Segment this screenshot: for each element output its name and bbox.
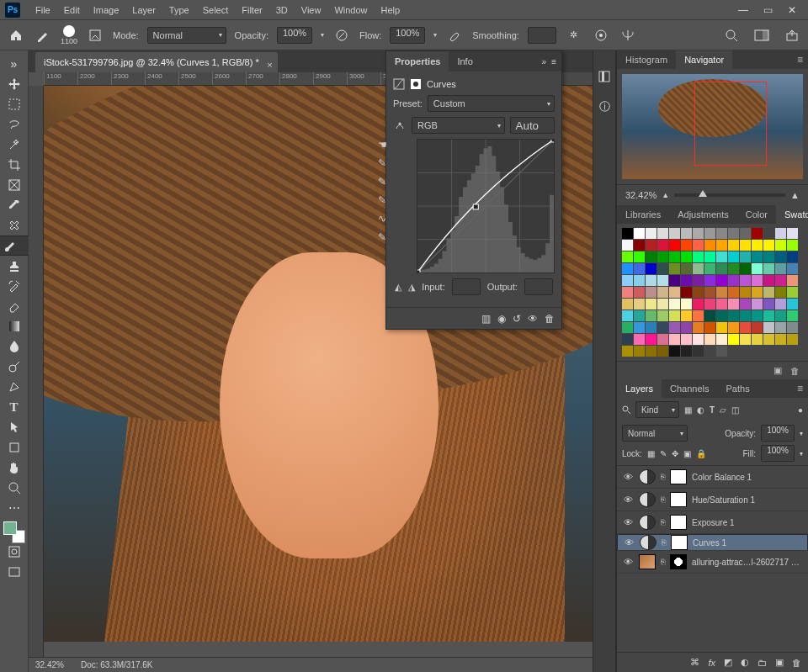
group-icon[interactable]: 🗀 (758, 658, 767, 668)
swatch-cell[interactable] (693, 299, 704, 310)
swatch-cell[interactable] (646, 275, 656, 286)
swatch-cell[interactable] (775, 275, 786, 286)
quickmask-icon[interactable] (3, 542, 26, 562)
swatch-cell[interactable] (787, 275, 798, 286)
swatch-cell[interactable] (669, 310, 680, 321)
swatch-cell[interactable] (728, 299, 739, 310)
delete-swatch-icon[interactable]: 🗑 (790, 366, 800, 376)
swatch-cell[interactable] (646, 251, 656, 262)
clip-warning2-icon[interactable]: ◮ (408, 282, 415, 293)
targeted-adj-icon[interactable] (393, 119, 407, 132)
swatch-cell[interactable] (669, 322, 680, 333)
swatch-cell[interactable] (763, 240, 774, 251)
swatch-cell[interactable] (622, 251, 633, 262)
swatch-cell[interactable] (681, 240, 692, 251)
swatch-cell[interactable] (634, 228, 645, 239)
window-min-icon[interactable]: — (738, 4, 748, 16)
move-tool-icon[interactable] (3, 74, 26, 94)
menu-image[interactable]: Image (87, 0, 126, 20)
swatch-cell[interactable] (716, 334, 727, 345)
heal-tool-icon[interactable] (3, 215, 26, 235)
menu-type[interactable]: Type (162, 0, 196, 20)
swatch-cell[interactable] (716, 310, 727, 321)
swatch-cell[interactable] (740, 228, 751, 239)
swatch-cell[interactable] (669, 228, 680, 239)
swatch-cell[interactable] (634, 299, 645, 310)
view-previous-icon[interactable]: ◉ (497, 313, 506, 325)
swatch-cell[interactable] (752, 263, 763, 274)
swatch-cell[interactable] (681, 322, 692, 333)
swatch-cell[interactable] (704, 287, 715, 298)
new-swatch-icon[interactable]: ▣ (773, 365, 782, 376)
layer-name[interactable]: alluring-attrac…l-2602717 copy (692, 558, 803, 567)
stamp-tool-icon[interactable] (3, 256, 26, 276)
layer-name[interactable]: Hue/Saturation 1 (692, 495, 803, 505)
share-icon[interactable] (783, 26, 801, 45)
swatch-cell[interactable] (787, 310, 798, 321)
clip-to-layer-icon[interactable]: ▥ (481, 313, 491, 325)
pen-tool-icon[interactable] (3, 377, 26, 397)
swatch-cell[interactable] (752, 240, 763, 251)
tab-adjustments[interactable]: Adjustments (669, 205, 737, 224)
output-field[interactable] (524, 278, 553, 295)
swatch-cell[interactable] (716, 240, 727, 251)
tab-navigator[interactable]: Navigator (676, 50, 732, 69)
swatch-cell[interactable] (752, 251, 763, 262)
swatch-cell[interactable] (693, 240, 704, 251)
delete-layer-icon[interactable]: 🗑 (792, 658, 801, 668)
swatch-cell[interactable] (704, 334, 715, 345)
filter-smart-icon[interactable]: ◫ (731, 405, 739, 415)
swatch-cell[interactable] (728, 240, 739, 251)
search-icon[interactable] (722, 26, 741, 45)
swatch-cell[interactable] (622, 240, 633, 251)
swatch-cell[interactable] (787, 228, 798, 239)
document-tab[interactable]: iStock-531799796.jpg @ 32.4% (Curves 1, … (35, 52, 278, 72)
swatch-cell[interactable] (693, 287, 704, 298)
swatch-cell[interactable] (622, 299, 633, 310)
swatch-cell[interactable] (646, 299, 656, 310)
visibility-icon[interactable]: 👁 (622, 557, 634, 567)
window-close-icon[interactable]: ✕ (788, 4, 796, 16)
swatch-cell[interactable] (775, 251, 786, 262)
swatch-cell[interactable] (622, 322, 633, 333)
visibility-icon[interactable]: 👁 (622, 495, 634, 505)
swatch-cell[interactable] (728, 287, 739, 298)
info-panel-icon[interactable]: ⓘ (595, 98, 614, 116)
swatch-cell[interactable] (763, 322, 774, 333)
swatch-cell[interactable] (728, 251, 739, 262)
swatch-cell[interactable] (752, 299, 763, 310)
layer-kind-select[interactable]: Kind▾ (635, 401, 679, 418)
swatch-cell[interactable] (681, 251, 692, 262)
marquee-tool-icon[interactable] (3, 94, 26, 114)
collapse-icon[interactable]: » (542, 57, 547, 66)
swatch-cell[interactable] (669, 251, 680, 262)
swatch-cell[interactable] (646, 287, 656, 298)
tab-layers[interactable]: Layers (617, 379, 662, 398)
swatch-cell[interactable] (775, 263, 786, 274)
home-icon[interactable] (7, 26, 25, 45)
new-layer-icon[interactable]: ▣ (775, 657, 784, 668)
panel-menu-icon[interactable]: ≡ (792, 383, 808, 394)
swatch-cell[interactable] (704, 346, 715, 357)
target-tool-icon[interactable]: ☚ (378, 139, 387, 151)
toggle-visibility-icon[interactable]: 👁 (528, 313, 538, 325)
swatch-cell[interactable] (704, 240, 715, 251)
swatch-cell[interactable] (775, 299, 786, 310)
swatch-cell[interactable] (669, 263, 680, 274)
lasso-tool-icon[interactable] (3, 114, 26, 135)
preset-select[interactable]: Custom▾ (428, 95, 555, 112)
swatch-cell[interactable] (716, 228, 727, 239)
swatch-cell[interactable] (787, 322, 798, 333)
dodge-tool-icon[interactable] (3, 357, 26, 377)
layer-row[interactable]: 👁⎘Hue/Saturation 1 (617, 489, 808, 511)
swatch-cell[interactable] (752, 228, 763, 239)
swatch-cell[interactable] (646, 263, 656, 274)
zoom-tool-icon[interactable] (3, 478, 26, 498)
swatch-cell[interactable] (775, 334, 786, 345)
swatch-cell[interactable] (693, 346, 704, 357)
layer-row[interactable]: 👁⎘Curves 1 (617, 534, 808, 551)
layer-fill-field[interactable]: 100% (761, 445, 795, 462)
path-select-icon[interactable] (3, 417, 26, 437)
tool-preset-icon[interactable] (34, 26, 52, 45)
layer-name[interactable]: Color Balance 1 (692, 473, 803, 482)
